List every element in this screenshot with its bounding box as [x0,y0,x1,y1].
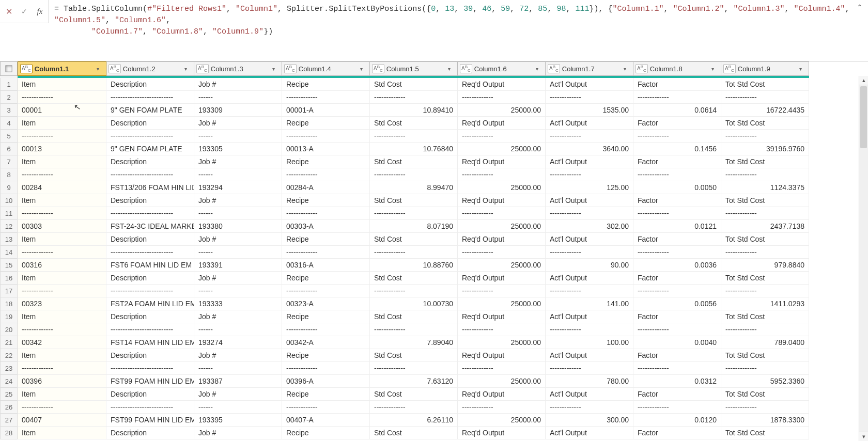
cell[interactable]: 193395 [194,414,282,427]
cell[interactable]: 16722.4435 [721,104,809,117]
cell[interactable]: 193294 [194,181,282,194]
cell[interactable]: 9" GEN FOAM PLATE [106,143,194,155]
cell[interactable]: 0.0121 [633,220,721,233]
cell[interactable]: Std Cost [370,233,458,246]
cell[interactable]: ------ [194,285,282,297]
cell[interactable]: Req'd Output [458,233,546,246]
column-header-8[interactable]: ABCColumn1.8▾ [633,61,721,76]
cell[interactable]: 00407-A [282,414,370,427]
cell[interactable]: Std Cost [370,117,458,130]
cell[interactable]: Description [106,349,194,362]
cell[interactable]: 25000.00 [458,414,546,427]
cell[interactable]: ------------- [546,168,633,181]
cell[interactable]: Std Cost [370,388,458,401]
row-number[interactable]: 26 [0,401,18,414]
cell[interactable]: 00013-A [282,143,370,155]
cell[interactable]: ------------- [370,323,458,336]
cell[interactable]: ------------- [721,323,809,336]
cell[interactable]: 10.00730 [370,297,458,310]
cell[interactable]: Factor [633,272,721,285]
cell[interactable]: FST6 FOAM HIN LID EM [106,259,194,272]
cell[interactable]: 00303 [18,220,106,233]
cell[interactable]: 7.89040 [370,336,458,349]
cell[interactable]: 00396-A [282,375,370,388]
cell[interactable]: ------------- [633,401,721,414]
row-number[interactable]: 21 [0,336,18,349]
cell[interactable]: ------------- [546,323,633,336]
cell[interactable]: 193391 [194,259,282,272]
cell[interactable]: 5952.3360 [721,375,809,388]
cell[interactable]: Description [106,310,194,323]
cell[interactable]: ------------- [458,362,546,375]
cell[interactable]: ------------- [546,285,633,297]
row-number[interactable]: 7 [0,155,18,168]
cell[interactable]: Job # [194,427,282,439]
cell[interactable]: ------------- [458,246,546,259]
cell[interactable]: Description [106,117,194,130]
cell[interactable]: ------------- [282,323,370,336]
cell[interactable]: Tot Std Cost [721,194,809,207]
row-number[interactable]: 19 [0,310,18,323]
column-filter-dropdown[interactable]: ▾ [272,66,280,72]
cell[interactable]: Recipe [282,194,370,207]
column-header-7[interactable]: ABCColumn1.7▾ [546,61,633,76]
cell[interactable]: Factor [633,155,721,168]
column-filter-dropdown[interactable]: ▾ [360,66,367,72]
cell[interactable]: Tot Std Cost [721,388,809,401]
column-type-icon[interactable]: ABC [196,64,209,74]
cell[interactable]: Tot Std Cost [721,117,809,130]
row-number[interactable]: 27 [0,414,18,427]
cell[interactable]: ------------- [633,323,721,336]
cell[interactable]: 193274 [194,336,282,349]
cell[interactable]: ------------- [458,168,546,181]
cell[interactable]: 9" GEN FOAM PLATE [106,104,194,117]
column-header-5[interactable]: ABCColumn1.5▾ [370,61,458,76]
cell[interactable]: ------------- [458,285,546,297]
scrollbar-thumb[interactable] [860,86,867,148]
cell[interactable]: ------------- [18,207,106,220]
cell[interactable]: Act'l Output [546,155,633,168]
row-number[interactable]: 16 [0,272,18,285]
expand-formula-button[interactable]: ⌃ [857,0,868,11]
row-number[interactable]: 14 [0,246,18,259]
cell[interactable]: 00396 [18,375,106,388]
cell[interactable]: Description [106,233,194,246]
cell[interactable]: Std Cost [370,310,458,323]
cell[interactable]: -------------------------- [106,91,194,104]
cell[interactable]: 0.0040 [633,336,721,349]
cell[interactable]: 8.99470 [370,181,458,194]
cell[interactable]: Req'd Output [458,78,546,91]
cell[interactable]: ------------- [458,401,546,414]
cell[interactable]: Act'l Output [546,388,633,401]
cell[interactable]: Tot Std Cost [721,310,809,323]
row-number[interactable]: 6 [0,143,18,155]
row-number[interactable]: 18 [0,297,18,310]
cell[interactable]: 1535.00 [546,104,633,117]
cell[interactable]: ------------- [458,91,546,104]
cell[interactable]: 00323-A [282,297,370,310]
cell[interactable]: Recipe [282,78,370,91]
cell[interactable]: Factor [633,117,721,130]
cell[interactable]: Std Cost [370,427,458,439]
cell[interactable]: -------------------------- [106,323,194,336]
cell[interactable]: Recipe [282,155,370,168]
cell[interactable]: ------------- [633,207,721,220]
row-number[interactable]: 28 [0,427,18,439]
cell[interactable]: ------------- [546,91,633,104]
cell[interactable]: 10.88760 [370,259,458,272]
cell[interactable]: 7.63120 [370,375,458,388]
cell[interactable]: 10.76840 [370,143,458,155]
cell[interactable]: 0.0312 [633,375,721,388]
cell[interactable]: 141.00 [546,297,633,310]
cell[interactable]: Description [106,388,194,401]
cell[interactable]: Description [106,427,194,439]
column-filter-dropdown[interactable]: ▾ [536,66,543,72]
scroll-down-button[interactable]: ▾ [859,432,868,441]
cell[interactable]: ------------- [18,168,106,181]
cell[interactable]: ------ [194,91,282,104]
cell[interactable]: 00284 [18,181,106,194]
cell[interactable]: 193380 [194,220,282,233]
cell[interactable]: ------ [194,362,282,375]
cell[interactable]: -------------------------- [106,130,194,143]
cell[interactable]: ------------- [370,130,458,143]
